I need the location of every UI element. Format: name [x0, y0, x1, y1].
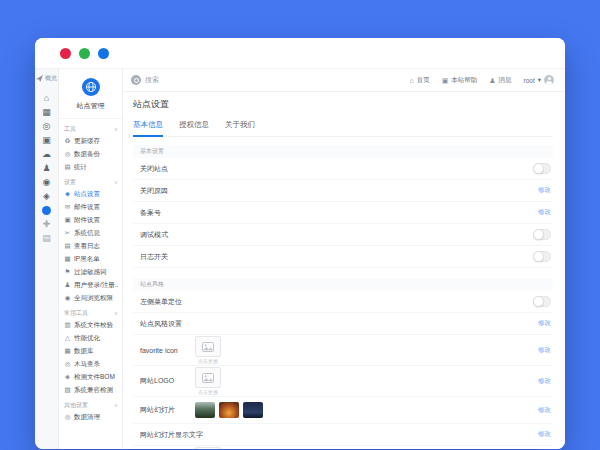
slide-thumbnail-3[interactable]	[243, 402, 263, 418]
clean-icon: ◎	[64, 414, 71, 421]
rail-cloud-icon[interactable]: ☁	[42, 147, 51, 161]
modify-link[interactable]: 修改	[538, 406, 551, 415]
search-icon	[131, 75, 141, 85]
sidebar-item-site-settings[interactable]: ◈站点设置	[64, 188, 118, 201]
tab-about-us[interactable]: 关于我们	[225, 120, 255, 136]
modify-link[interactable]: 修改	[538, 186, 551, 195]
sidebar-item-data-clean[interactable]: ◎数据清理	[64, 411, 118, 424]
logo-uploader[interactable]: 点击更换	[195, 367, 221, 395]
sidebar-item-trojan-scan[interactable]: ◎木马查杀	[64, 358, 118, 371]
topmenu-home[interactable]: ⌂首页	[409, 76, 429, 85]
rail-team-icon[interactable]: ◉	[43, 175, 51, 189]
sidebar-item-global-permission[interactable]: ◉全局浏览权限	[64, 292, 118, 305]
icon-rail: 概览 ⌂ ▦ ◎ ▣ ☁ ♟ ◉ ◈ ✚ ▤	[35, 69, 59, 449]
flask-icon: △	[64, 335, 71, 342]
sidebar-item-file-verify[interactable]: ▥系统文件校验	[64, 319, 118, 332]
modify-link[interactable]: 修改	[538, 319, 551, 328]
row-favorite-icon: favorite icon 点击更换 修改	[133, 335, 553, 366]
sidebar-group-common-tools[interactable]: 常用工具∨	[64, 307, 118, 319]
topmenu-messages[interactable]: ♟消息	[489, 76, 511, 85]
sidebar-item-view-logs[interactable]: ▤查看日志	[64, 240, 118, 253]
person-icon: ♟	[64, 282, 71, 289]
window-close-button[interactable]	[60, 48, 71, 59]
globe-icon	[82, 78, 100, 96]
tab-license-info[interactable]: 授权信息	[179, 120, 209, 136]
modify-link[interactable]: 修改	[538, 208, 551, 217]
row-style-settings: 站点风格设置 修改	[133, 313, 553, 335]
database-icon: ▦	[64, 348, 71, 355]
rail-modules-icon[interactable]: ▣	[42, 133, 51, 147]
sidebar-item-attachment-settings[interactable]: ▣附件设置	[64, 214, 118, 227]
flag-icon: ⚑	[64, 269, 71, 276]
row-debug-mode: 调试模式	[133, 224, 553, 246]
window-titlebar	[35, 38, 565, 68]
rail-apps-icon[interactable]: ▦	[42, 105, 51, 119]
log-switch-toggle[interactable]	[533, 251, 551, 262]
left-menu-toggle[interactable]	[533, 296, 551, 307]
sidebar-item-performance[interactable]: △性能优化	[64, 332, 118, 345]
bom-icon: ◈	[64, 374, 71, 381]
sidebar-group-settings[interactable]: 设置∨	[64, 176, 118, 188]
logo-label: 概览	[45, 74, 57, 83]
rail-user-icon[interactable]: ♟	[42, 161, 50, 175]
sidebar-item-bom-check[interactable]: ◈检测文件BOM	[64, 371, 118, 384]
window-maximize-button[interactable]	[98, 48, 109, 59]
window-minimize-button[interactable]	[79, 48, 90, 59]
slideshow-thumbnails	[195, 402, 263, 418]
row-icp-number: 备案号 修改	[133, 202, 553, 224]
rail-logs-icon[interactable]: ▤	[42, 231, 51, 245]
slide-thumbnail-2[interactable]	[219, 402, 239, 418]
image-placeholder-icon[interactable]	[195, 367, 221, 388]
sidebar-item-update-cache[interactable]: ♻更新缓存	[64, 135, 118, 148]
modify-link[interactable]: 修改	[538, 430, 551, 439]
message-icon: ♟	[489, 77, 495, 84]
refresh-icon: ♻	[64, 138, 71, 145]
row-background-image: 背景图片 点击更换 修改	[133, 446, 553, 449]
sidebar-item-statistics[interactable]: ▤统计	[64, 161, 118, 174]
site-manage-block[interactable]: 站点管理	[59, 69, 122, 119]
browser-window: 概览 ⌂ ▦ ◎ ▣ ☁ ♟ ◉ ◈ ✚ ▤ 站点管	[35, 38, 565, 449]
caret-down-icon: ▾	[538, 76, 541, 84]
sidebar-item-database[interactable]: ▦数据库	[64, 345, 118, 358]
image-placeholder-icon[interactable]	[195, 336, 221, 357]
rail-selected-settings-icon[interactable]	[42, 206, 51, 215]
sidebar-item-compat-check[interactable]: ▧系统兼容检测	[64, 384, 118, 397]
page-title: 站点设置	[133, 98, 553, 111]
image-placeholder-icon[interactable]	[195, 447, 221, 449]
rail-target-icon[interactable]: ◎	[43, 119, 51, 133]
slide-thumbnail-1[interactable]	[195, 402, 215, 418]
favicon-uploader[interactable]: 点击更换	[195, 336, 221, 364]
rail-shield-icon[interactable]: ◈	[43, 189, 50, 203]
sidebar-item-user-login-register[interactable]: ♟用户登录/注册..	[64, 279, 118, 292]
sidebar-item-mail-settings[interactable]: ✉邮件设置	[64, 201, 118, 214]
tab-basic-info[interactable]: 基本信息	[133, 120, 163, 137]
user-menu[interactable]: root▾	[524, 75, 554, 85]
file-check-icon: ▥	[64, 322, 71, 329]
tab-bar: 基本信息 授权信息 关于我们	[133, 120, 553, 137]
app-logo[interactable]: 概览	[36, 74, 57, 83]
search-input[interactable]: 搜索	[131, 75, 159, 85]
log-icon: ▤	[64, 243, 71, 250]
rail-home-icon[interactable]: ⌂	[44, 91, 49, 105]
section-basic-settings: 基本设置	[133, 145, 553, 158]
topmenu-help[interactable]: ▣本站帮助	[442, 76, 478, 85]
sidebar-item-sensitive-words[interactable]: ⚑过滤敏感词	[64, 266, 118, 279]
sidebar-group-other-settings[interactable]: 其他设置∨	[64, 399, 118, 411]
close-site-toggle[interactable]	[533, 163, 551, 174]
debug-mode-toggle[interactable]	[533, 229, 551, 240]
help-icon: ▣	[442, 77, 449, 84]
sidebar-item-ip-blacklist[interactable]: ▦IP黑名单	[64, 253, 118, 266]
background-uploader[interactable]: 点击更换	[195, 447, 221, 449]
chart-icon: ▤	[64, 164, 71, 171]
settings-sidebar: 站点管理 工具∨ ♻更新缓存 ◎数据备份 ▤统计 设置∨ ◈站点设置 ✉邮件设置…	[59, 69, 123, 449]
modify-link[interactable]: 修改	[538, 377, 551, 386]
sidebar-item-data-backup[interactable]: ◎数据备份	[64, 148, 118, 161]
sidebar-item-system-info[interactable]: ✂系统信息	[64, 227, 118, 240]
upload-caption: 点击更换	[198, 358, 218, 364]
list-icon: ▦	[64, 256, 71, 263]
sidebar-group-tools[interactable]: 工具∨	[64, 123, 118, 135]
home-icon: ⌂	[409, 77, 413, 84]
rail-tools-icon[interactable]: ✚	[43, 217, 51, 231]
modify-link[interactable]: 修改	[538, 346, 551, 355]
settings-content: 站点设置 基本信息 授权信息 关于我们 基本设置 关闭站点 关闭原	[123, 92, 565, 449]
